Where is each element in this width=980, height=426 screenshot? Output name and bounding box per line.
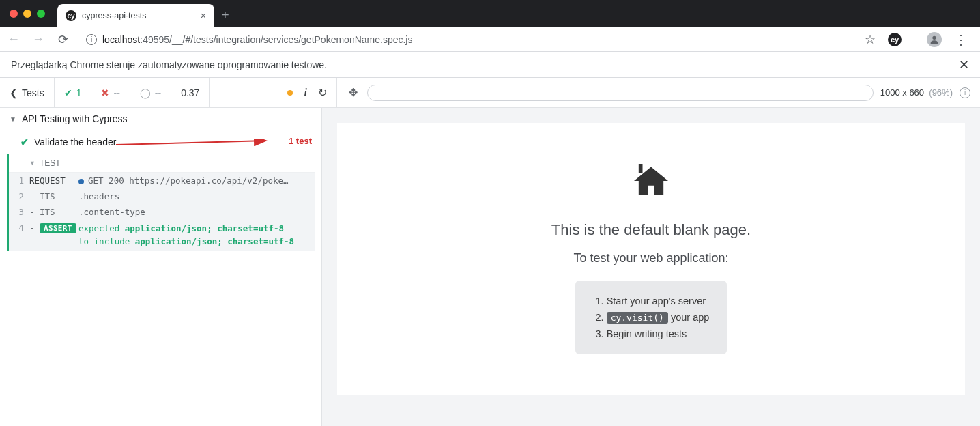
browser-tab-strip: cy cypress-api-tests × + <box>0 0 980 27</box>
assert-badge: ASSERT <box>40 223 76 233</box>
automation-banner: Przeglądarką Chrome steruje zautomatyzow… <box>0 52 980 78</box>
toolbar-divider <box>914 33 914 46</box>
cmd-number: 2 <box>12 191 29 201</box>
command-log: 1 REQUEST GET 200 https://pokeapi.co/api… <box>9 173 315 251</box>
forward-button[interactable]: → <box>30 32 46 46</box>
aut-step: Begin writing tests <box>607 326 710 342</box>
failed-count: -- <box>113 87 119 98</box>
url-host: localhost <box>102 34 140 45</box>
annotation-arrow-icon <box>116 139 273 151</box>
caret-down-icon: ▼ <box>10 115 16 123</box>
code-chip: cy.visit() <box>607 312 668 324</box>
tests-back-link[interactable]: ❮ Tests <box>0 78 55 107</box>
status-dot-icon <box>287 90 293 96</box>
suite-title: API Testing with Cypress <box>22 113 128 124</box>
svg-line-1 <box>116 141 266 145</box>
browser-toolbar: ← → ⟳ i localhost:49595/__/#/tests/integ… <box>0 27 980 52</box>
cmd-number: 4 <box>12 223 29 233</box>
aut-pane: This is the default blank page. To test … <box>322 108 980 426</box>
test-row[interactable]: ✔ Validate the header 1 test <box>0 130 321 153</box>
cmd-name: - ASSERT <box>29 223 78 233</box>
banner-close-icon[interactable]: ✕ <box>959 57 969 72</box>
info-icon[interactable]: i <box>304 87 306 99</box>
cmd-name: - ITS <box>29 191 78 201</box>
runner-main: ▼ API Testing with Cypress ✔ Validate th… <box>0 108 980 426</box>
aut-step: Start your app's server <box>607 293 710 309</box>
stat-failed: ✖ -- <box>91 78 130 107</box>
new-tab-button[interactable]: + <box>214 8 236 27</box>
home-icon <box>632 164 670 206</box>
chevron-left-icon: ❮ <box>10 87 18 98</box>
check-icon: ✔ <box>64 87 72 98</box>
cmd-name: - ITS <box>29 207 78 217</box>
cmd-message: .content-type <box>78 207 308 217</box>
aut-heading: This is the default blank page. <box>551 221 751 239</box>
cypress-extension-icon[interactable]: cy <box>888 33 902 46</box>
address-bar[interactable]: i localhost:49595/__/#/tests/integration… <box>79 30 856 49</box>
command-row[interactable]: 1 REQUEST GET 200 https://pokeapi.co/api… <box>9 173 315 188</box>
test-body-label: TEST <box>40 158 61 168</box>
window-close[interactable] <box>10 10 18 18</box>
cmd-message: expected application/json; charset=utf-8… <box>78 223 308 248</box>
aut-blank-card: This is the default blank page. To test … <box>337 123 965 395</box>
automation-banner-text: Przeglądarką Chrome steruje zautomatyzow… <box>11 59 327 70</box>
cypress-runner-header: ❮ Tests ✔ 1 ✖ -- ◯ -- 0.37 i ↻ ✥ 1000 x … <box>0 78 980 108</box>
stat-duration: 0.37 <box>171 78 210 107</box>
aut-step: cy.visit() your app <box>607 309 710 326</box>
pending-count: -- <box>155 87 161 98</box>
cmd-number: 3 <box>12 207 29 217</box>
window-controls[interactable] <box>0 10 53 27</box>
tab-favicon: cy <box>66 10 76 21</box>
reporter-pane: ▼ API Testing with Cypress ✔ Validate th… <box>0 108 322 426</box>
browser-tab[interactable]: cy cypress-api-tests × <box>57 4 214 27</box>
passed-count: 1 <box>76 87 82 98</box>
test-title: Validate the header <box>34 137 116 147</box>
svg-point-0 <box>932 36 936 39</box>
test-count-badge[interactable]: 1 test <box>289 136 312 147</box>
cmd-number: 1 <box>12 175 29 186</box>
viewport-info-icon[interactable]: i <box>960 87 970 98</box>
command-row[interactable]: 3 - ITS .content-type <box>9 204 315 220</box>
bookmark-star-icon[interactable]: ☆ <box>865 32 876 47</box>
pending-icon: ◯ <box>140 87 151 98</box>
aut-subheading: To test your web application: <box>573 251 728 266</box>
check-icon: ✔ <box>20 137 29 147</box>
back-button[interactable]: ← <box>5 32 22 46</box>
tab-close-icon[interactable]: × <box>201 10 206 21</box>
method-dot-icon <box>78 179 84 184</box>
test-body: ▼ TEST 1 REQUEST GET 200 https://pokeapi… <box>7 154 315 251</box>
tests-back-label: Tests <box>22 87 44 98</box>
caret-down-icon: ▼ <box>29 160 35 167</box>
cmd-message: .headers <box>78 191 308 201</box>
site-info-icon[interactable]: i <box>86 34 97 45</box>
selector-playground-icon[interactable]: ✥ <box>347 86 360 99</box>
stat-pending: ◯ -- <box>130 78 171 107</box>
reload-button[interactable]: ⟳ <box>55 32 71 47</box>
viewport-size: 1000 x 660 (96%) <box>880 87 953 98</box>
stat-passed: ✔ 1 <box>55 78 92 107</box>
test-body-header[interactable]: ▼ TEST <box>9 154 315 173</box>
window-maximize[interactable] <box>37 10 45 18</box>
aut-url-input[interactable] <box>367 85 874 101</box>
aut-steps-box: Start your app's server cy.visit() your … <box>575 281 727 354</box>
x-icon: ✖ <box>101 87 109 98</box>
url-path: :49595/__/#/tests/integration/services/g… <box>140 34 412 45</box>
svg-rect-2 <box>639 164 643 173</box>
suite-row[interactable]: ▼ API Testing with Cypress <box>0 108 321 130</box>
window-minimize[interactable] <box>23 10 31 18</box>
cmd-name: REQUEST <box>29 175 78 186</box>
command-row[interactable]: 2 - ITS .headers <box>9 188 315 204</box>
profile-avatar-icon[interactable] <box>927 32 942 47</box>
tab-title: cypress-api-tests <box>82 11 146 20</box>
cmd-message: GET 200 https://pokeapi.co/api/v2/poke… <box>78 175 308 186</box>
kebab-menu-icon[interactable]: ⋮ <box>954 31 968 48</box>
command-row[interactable]: 4 - ASSERT expected application/json; ch… <box>9 220 315 251</box>
rerun-button[interactable]: ↻ <box>318 86 327 99</box>
